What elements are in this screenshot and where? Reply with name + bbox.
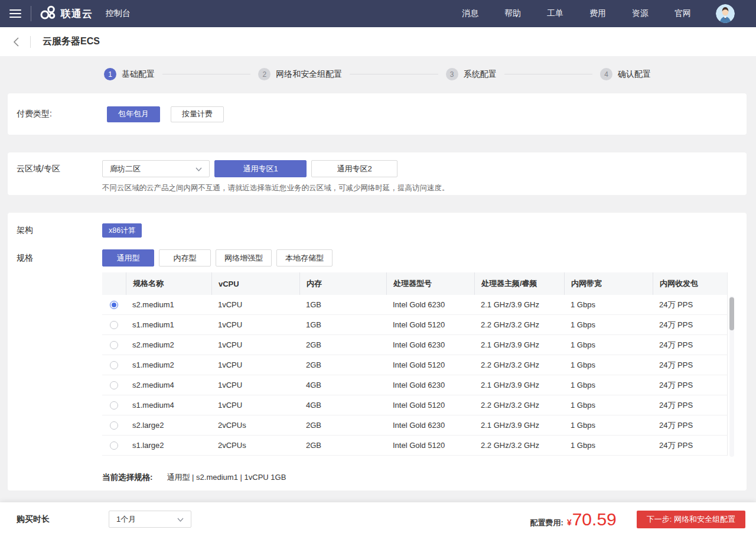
table-scrollbar[interactable] (729, 296, 734, 457)
current-spec-value: 通用型 | s2.medium1 | 1vCPU 1GB (167, 472, 286, 483)
cell-cpu-freq: 2.1 GHz/3.9 GHz (474, 375, 564, 395)
fee-label: 配置费用: (530, 518, 563, 528)
cell-cpu-freq: 2.2 GHz/3.2 GHz (474, 315, 564, 334)
row-radio[interactable] (110, 401, 118, 410)
region-dropdown[interactable]: 廊坊二区 (102, 160, 210, 177)
cell-vcpu: 1vCPU (211, 295, 299, 314)
purchase-footer: 购买时长 1个月 配置费用: ¥ 70.59 下一步: 网络和安全组配置 (0, 502, 756, 536)
step-basic-config[interactable]: 1 基础配置 (104, 68, 155, 80)
currency-symbol: ¥ (567, 518, 572, 527)
payment-option-payg[interactable]: 按量计费 (171, 106, 224, 122)
cell-vcpu: 1vCPU (211, 375, 299, 395)
col-spec-name: 规格名称 (126, 272, 211, 295)
cell-pps: 24万 PPS (653, 415, 728, 435)
brand-logo[interactable]: 联通云 (40, 5, 93, 22)
row-radio[interactable] (110, 441, 118, 450)
table-row[interactable]: s1.large2 2vCPUs 2GB Intel Gold 5120 2.2… (102, 436, 727, 456)
col-memory: 内存 (299, 272, 386, 295)
nav-tickets[interactable]: 工单 (547, 8, 563, 19)
table-row[interactable]: s1.medium4 1vCPU 4GB Intel Gold 5120 2.2… (102, 395, 727, 415)
cell-memory: 2GB (299, 355, 386, 375)
spec-tab-local-storage[interactable]: 本地存储型 (276, 249, 333, 267)
step-connector (350, 74, 438, 74)
menu-icon[interactable] (9, 7, 21, 20)
table-scrollbar-thumb[interactable] (729, 297, 734, 330)
brand-name: 联通云 (61, 7, 93, 21)
cell-memory: 1GB (299, 315, 386, 334)
col-vcpu: vCPU (211, 272, 299, 295)
region-note: 不同云区域的云产品之间内网不互通，请就近选择靠近您业务的云区域，可减少网络时延，… (102, 183, 747, 193)
region-label: 云区域/专区 (8, 164, 102, 174)
table-row[interactable]: s1.medium1 1vCPU 1GB Intel Gold 5120 2.2… (102, 315, 727, 335)
cell-vcpu: 1vCPU (211, 395, 299, 415)
user-avatar[interactable] (716, 4, 735, 23)
duration-dropdown[interactable]: 1个月 (109, 511, 191, 528)
cell-vcpu: 1vCPU (211, 315, 299, 334)
spec-tab-general[interactable]: 通用型 (102, 249, 154, 267)
cell-cpu-freq: 2.2 GHz/3.2 GHz (474, 395, 564, 415)
back-button[interactable] (13, 37, 19, 47)
col-bandwidth: 内网带宽 (564, 272, 653, 295)
arch-x86-button[interactable]: x86计算 (102, 223, 142, 238)
step-system-config[interactable]: 3 系统配置 (446, 68, 497, 80)
cell-bandwidth: 1 Gbps (564, 315, 653, 334)
step-indicator: 1 基础配置 2 网络和安全组配置 3 系统配置 4 确认配置 (0, 56, 756, 93)
arch-label: 架构 (8, 225, 102, 236)
cell-cpu-model: Intel Gold 6230 (386, 295, 474, 314)
row-radio[interactable] (110, 301, 118, 309)
table-row[interactable]: s1.medium2 1vCPU 2GB Intel Gold 5120 2.2… (102, 355, 727, 375)
cell-spec-name: s1.medium4 (126, 395, 211, 415)
nav-help[interactable]: 帮助 (504, 8, 521, 19)
cell-pps: 24万 PPS (653, 315, 728, 334)
spec-tab-network-enhanced[interactable]: 网络增强型 (216, 249, 272, 267)
cell-spec-name: s2.medium2 (126, 335, 211, 355)
spec-tab-memory[interactable]: 内存型 (159, 249, 211, 267)
nav-messages[interactable]: 消息 (462, 8, 478, 19)
nav-website[interactable]: 官网 (674, 8, 691, 19)
config-fee: 配置费用: ¥ 70.59 (530, 511, 617, 528)
nav-resources[interactable]: 资源 (632, 8, 649, 19)
next-step-button[interactable]: 下一步: 网络和安全组配置 (637, 511, 745, 528)
cell-spec-name: s1.large2 (126, 436, 211, 455)
cell-pps: 24万 PPS (653, 295, 728, 314)
cell-cpu-model: Intel Gold 5120 (386, 436, 474, 455)
fee-amount: 70.59 (572, 511, 617, 528)
cell-spec-name: s1.medium1 (126, 315, 211, 334)
cell-cpu-model: Intel Gold 5120 (386, 355, 474, 375)
table-row[interactable]: s2.medium4 1vCPU 4GB Intel Gold 6230 2.1… (102, 375, 727, 395)
cell-memory: 4GB (299, 375, 386, 395)
table-row[interactable]: s2.large2 2vCPUs 2GB Intel Gold 6230 2.1… (102, 415, 727, 436)
zone-option-1[interactable]: 通用专区1 (214, 160, 307, 177)
row-radio[interactable] (110, 361, 118, 369)
step-confirm-config[interactable]: 4 确认配置 (600, 68, 651, 80)
row-radio[interactable] (110, 341, 118, 349)
cell-memory: 2GB (299, 335, 386, 355)
payment-option-prepaid[interactable]: 包年包月 (107, 106, 160, 122)
cloud-logo-icon (40, 5, 57, 22)
cell-bandwidth: 1 Gbps (564, 395, 653, 415)
step-network-config[interactable]: 2 网络和安全组配置 (258, 68, 342, 80)
row-radio[interactable] (110, 321, 118, 329)
row-radio[interactable] (110, 421, 118, 430)
nav-billing[interactable]: 费用 (589, 8, 606, 19)
zone-option-2[interactable]: 通用专区2 (311, 160, 397, 177)
cell-memory: 4GB (299, 395, 386, 415)
cell-bandwidth: 1 Gbps (564, 375, 653, 395)
cell-vcpu: 2vCPUs (211, 415, 299, 435)
region-card: 云区域/专区 廊坊二区 通用专区1 通用专区2 不同云区域的云产品之间内网不互通… (8, 152, 747, 195)
table-row[interactable]: s2.medium1 1vCPU 1GB Intel Gold 6230 2.1… (102, 295, 727, 315)
cell-vcpu: 2vCPUs (211, 436, 299, 455)
cell-cpu-freq: 2.2 GHz/3.2 GHz (474, 355, 564, 375)
cell-bandwidth: 1 Gbps (564, 436, 653, 455)
cell-vcpu: 1vCPU (211, 355, 299, 375)
table-row[interactable]: s2.medium2 1vCPU 2GB Intel Gold 6230 2.1… (102, 335, 727, 355)
page-title: 云服务器ECS (43, 35, 100, 48)
console-link[interactable]: 控制台 (106, 8, 131, 19)
cell-pps: 24万 PPS (653, 395, 728, 415)
current-spec: 当前选择规格: 通用型 | s2.medium1 | 1vCPU 1GB (102, 472, 747, 483)
step-connector (504, 74, 592, 74)
cell-pps: 24万 PPS (653, 335, 728, 355)
cell-pps: 24万 PPS (653, 355, 728, 375)
row-radio[interactable] (110, 381, 118, 389)
duration-label: 购买时长 (17, 514, 50, 525)
